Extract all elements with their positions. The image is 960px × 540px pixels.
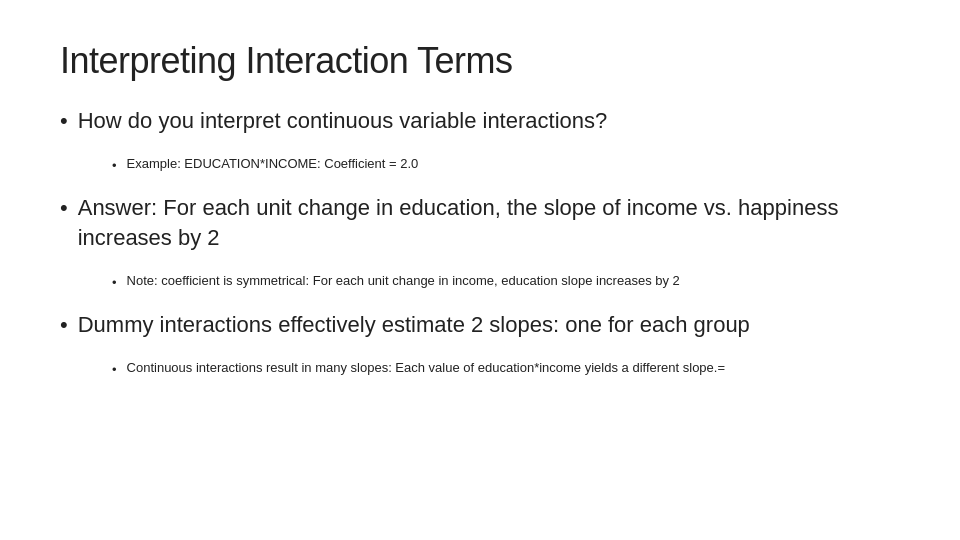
bullet-3a-text: Continuous interactions result in many s… bbox=[127, 358, 725, 378]
bullet-2: • Answer: For each unit change in educat… bbox=[60, 193, 900, 252]
bullet-1a-text: Example: EDUCATION*INCOME: Coefficient =… bbox=[127, 154, 419, 174]
bullet-1a-dot: • bbox=[112, 156, 117, 176]
bullet-3-text: Dummy interactions effectively estimate … bbox=[78, 310, 750, 340]
bullet-2-text: Answer: For each unit change in educatio… bbox=[78, 193, 900, 252]
bullet-1-text: How do you interpret continuous variable… bbox=[78, 106, 608, 136]
bullet-3a-dot: • bbox=[112, 360, 117, 380]
slide: Interpreting Interaction Terms • How do … bbox=[0, 0, 960, 540]
bullet-3a: • Continuous interactions result in many… bbox=[112, 358, 900, 380]
bullet-1-dot: • bbox=[60, 107, 68, 136]
slide-content: • How do you interpret continuous variab… bbox=[60, 106, 900, 381]
bullet-1: • How do you interpret continuous variab… bbox=[60, 106, 900, 136]
bullet-3: • Dummy interactions effectively estimat… bbox=[60, 310, 900, 340]
bullet-3-dot: • bbox=[60, 311, 68, 340]
bullet-2a-text: Note: coefficient is symmetrical: For ea… bbox=[127, 271, 680, 291]
slide-title: Interpreting Interaction Terms bbox=[60, 40, 900, 82]
bullet-2-dot: • bbox=[60, 194, 68, 223]
bullet-2a-dot: • bbox=[112, 273, 117, 293]
bullet-2a: • Note: coefficient is symmetrical: For … bbox=[112, 271, 900, 293]
bullet-1a: • Example: EDUCATION*INCOME: Coefficient… bbox=[112, 154, 900, 176]
